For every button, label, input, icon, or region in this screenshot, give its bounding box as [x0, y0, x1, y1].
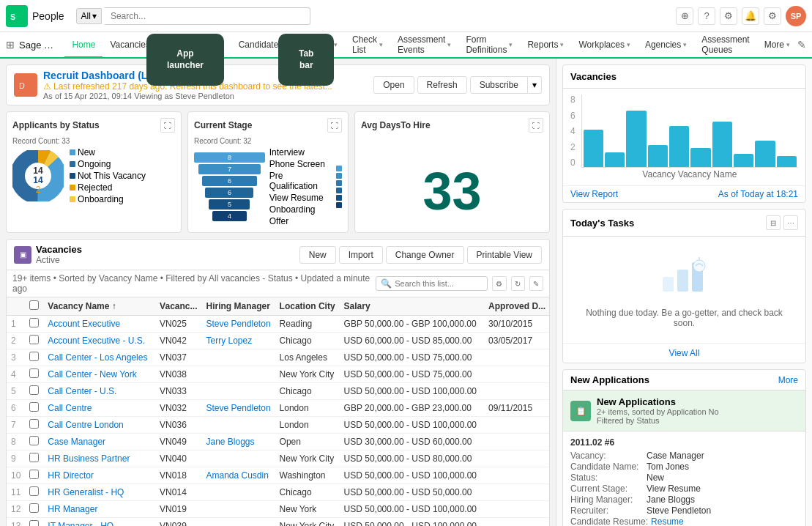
vacancy-name-link[interactable]: IT Manager - HQ [48, 521, 113, 526]
row-checkbox[interactable] [29, 385, 39, 395]
row-checkbox-cell[interactable] [25, 417, 43, 434]
col-vacancy-name[interactable]: Vacancy Name ↑ [43, 297, 155, 316]
nav-edit-icon[interactable]: ✎ [797, 39, 806, 51]
col-vacancy-code[interactable]: Vacanc... [155, 297, 201, 316]
nav-item-workplaces[interactable]: Workplaces ▾ [571, 32, 637, 59]
refresh-button[interactable]: Refresh [417, 76, 467, 94]
row-checkbox-cell[interactable] [25, 451, 43, 467]
vacancies-search-input[interactable] [395, 279, 483, 288]
col-location[interactable]: Location City [275, 297, 340, 316]
app1-resume-link[interactable]: Resume [651, 516, 684, 526]
hiring-manager-link[interactable]: Terry Lopez [206, 336, 252, 346]
notification-icon[interactable]: 🔔 [742, 7, 759, 25]
row-checkbox-cell[interactable] [25, 501, 43, 518]
app-launcher-icon[interactable]: ⊞ [6, 39, 15, 51]
nav-item-assessment-queues[interactable]: Assessment Queues [694, 32, 756, 59]
hiring-manager-link[interactable]: Steve Pendleton [206, 403, 270, 413]
chart-expand[interactable]: ⛶ [160, 118, 175, 133]
row-checkbox-cell[interactable] [25, 400, 43, 417]
search-scope-dropdown[interactable]: All ▾ [76, 8, 102, 24]
tasks-view-all-link[interactable]: View All [563, 343, 805, 363]
nav-item-form-definitions[interactable]: Form Definitions ▾ [458, 32, 520, 59]
row-checkbox-cell[interactable] [25, 467, 43, 484]
row-checkbox-cell[interactable] [25, 518, 43, 527]
settings-icon[interactable]: ⚙ [720, 7, 737, 25]
sage-logo-icon[interactable]: S [6, 5, 28, 27]
nav-item-more[interactable]: More ▾ [757, 32, 797, 59]
hiring-manager-cell [201, 349, 275, 366]
vacancy-name-link[interactable]: HR Manager [48, 504, 97, 514]
subscribe-dropdown[interactable]: ▾ [528, 76, 542, 94]
row-checkbox-cell[interactable] [25, 366, 43, 383]
view-report-link[interactable]: View Report [570, 189, 618, 199]
salary-cell: USD 50,000.00 - USD 80,000.00 [340, 451, 484, 467]
printable-view-button[interactable]: Printable View [467, 246, 543, 264]
vacancy-name-link[interactable]: Call Center - Los Angeles [48, 352, 147, 363]
row-checkbox[interactable] [29, 419, 39, 429]
hiring-manager-cell [201, 518, 275, 527]
vacancy-name-link[interactable]: Account Executive [48, 319, 120, 329]
vacancy-name-link[interactable]: HR Director [48, 470, 94, 481]
col-approved[interactable]: Approved D... [484, 297, 549, 316]
vacancies-search-box[interactable]: 🔍 [376, 276, 488, 291]
row-checkbox[interactable] [29, 368, 39, 378]
tasks-more-icon[interactable]: ⋯ [783, 215, 798, 230]
select-all-checkbox[interactable] [29, 300, 39, 310]
nav-item-check-list[interactable]: Check List ▾ [345, 32, 390, 59]
row-checkbox-cell[interactable] [25, 316, 43, 333]
nav-item-home[interactable]: Home [64, 32, 103, 59]
record-count: Record Count: 33 [12, 137, 175, 145]
tasks-filter-icon[interactable]: ⊟ [766, 215, 781, 230]
open-button[interactable]: Open [373, 76, 414, 94]
row-checkbox[interactable] [29, 453, 39, 462]
row-checkbox-cell[interactable] [25, 434, 43, 451]
vacancy-name-link[interactable]: HR Business Partner [48, 453, 130, 464]
nav-item-agencies[interactable]: Agencies ▾ [638, 32, 694, 59]
global-search-input[interactable] [105, 7, 310, 25]
nav-item-assessment-events[interactable]: Assessment Events ▾ [390, 32, 458, 59]
import-button[interactable]: Import [339, 246, 383, 264]
row-checkbox[interactable] [29, 470, 39, 479]
row-checkbox-cell[interactable] [25, 349, 43, 366]
change-owner-button[interactable]: Change Owner [386, 246, 464, 264]
col-hiring-manager[interactable]: Hiring Manager [201, 297, 275, 316]
row-checkbox[interactable] [29, 402, 39, 412]
row-checkbox[interactable] [29, 352, 39, 361]
row-checkbox[interactable] [29, 318, 39, 327]
row-checkbox[interactable] [29, 503, 39, 513]
hiring-manager-link[interactable]: Steve Pendleton [206, 319, 270, 329]
days-to-hire-value: 33 [361, 137, 543, 245]
col-salary[interactable]: Salary [340, 297, 484, 316]
vacancy-name-link[interactable]: Call Centre London [48, 420, 123, 430]
row-checkbox[interactable] [29, 335, 39, 344]
chart-expand[interactable]: ⛶ [529, 118, 543, 133]
vacancy-name-link[interactable]: Call Center - New York [48, 369, 136, 379]
vacancy-name-link[interactable]: Case Manager [48, 437, 105, 447]
add-icon[interactable]: ⊕ [676, 7, 693, 25]
hiring-manager-link[interactable]: Amanda Cusdin [206, 470, 268, 481]
top-bar: S People All ▾ ⊕ ? ⚙ 🔔 ⚙ SP [0, 0, 812, 32]
row-checkbox-cell[interactable] [25, 383, 43, 400]
vacancies-settings-icon[interactable]: ⚙ [492, 276, 506, 291]
setup-icon[interactable]: ⚙ [764, 7, 781, 25]
new-apps-more-link[interactable]: More [778, 375, 798, 385]
vacancies-edit-icon[interactable]: ✎ [529, 276, 543, 291]
chart-expand[interactable]: ⛶ [327, 118, 342, 133]
row-checkbox[interactable] [29, 436, 39, 445]
row-checkbox-cell[interactable] [25, 333, 43, 349]
hiring-manager-link[interactable]: Jane Bloggs [206, 437, 254, 447]
vacancy-name-link[interactable]: Call Centre [48, 403, 92, 413]
vacancy-name-link[interactable]: Call Center - U.S. [48, 386, 116, 396]
subscribe-button[interactable]: Subscribe [470, 76, 528, 94]
new-applications-card: New Applications More 📋 New Applications… [562, 369, 806, 526]
row-checkbox[interactable] [29, 486, 39, 496]
row-checkbox[interactable] [29, 520, 39, 526]
new-vacancy-button[interactable]: New [299, 246, 336, 264]
row-checkbox-cell[interactable] [25, 484, 43, 501]
vacancy-name-link[interactable]: Account Executive - U.S. [48, 336, 145, 346]
nav-item-reports[interactable]: Reports ▾ [520, 32, 571, 59]
user-avatar[interactable]: SP [786, 6, 806, 26]
vacancy-name-link[interactable]: HR Generalist - HQ [48, 487, 124, 497]
help-icon[interactable]: ? [698, 7, 715, 25]
vacancies-refresh-icon[interactable]: ↻ [511, 276, 525, 291]
